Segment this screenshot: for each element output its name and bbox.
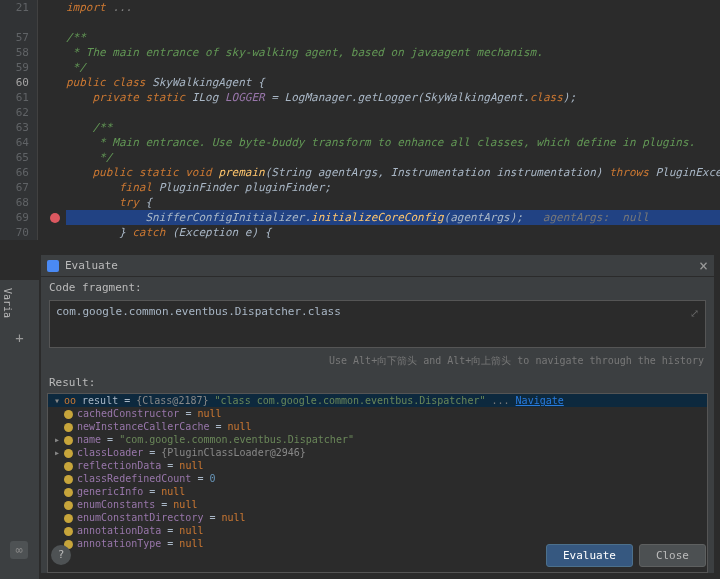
field-row[interactable]: newInstanceCallerCache = null [48, 420, 707, 433]
close-button[interactable]: Close [639, 544, 706, 567]
field-row[interactable]: enumConstantDirectory = null [48, 511, 707, 524]
fragment-label: Code fragment: [41, 277, 714, 298]
field-row[interactable]: ▸name = "com.google.common.eventbus.Disp… [48, 433, 707, 446]
help-button[interactable]: ? [51, 545, 71, 565]
field-row[interactable]: genericInfo = null [48, 485, 707, 498]
code-fragment-input[interactable]: com.google.common.eventbus.Dispatcher.cl… [49, 300, 706, 348]
field-row[interactable]: ▸classLoader = {PluginClassLoader@2946} [48, 446, 707, 459]
field-row[interactable]: cachedConstructor = null [48, 407, 707, 420]
add-watch-button[interactable]: + [0, 326, 39, 350]
field-row[interactable]: classRedefinedCount = 0 [48, 472, 707, 485]
variables-sidebar: Varia + ∞ [0, 280, 40, 579]
current-execution-line: SnifferConfigInitializer.initializeCoreC… [66, 210, 720, 225]
breakpoint-icon[interactable] [50, 213, 60, 223]
close-icon[interactable]: × [699, 257, 708, 275]
evaluate-dialog: Evaluate × Code fragment: com.google.com… [40, 254, 715, 574]
code-lines[interactable]: import ... /** * The main entrance of sk… [66, 0, 720, 240]
field-row[interactable]: enumConstants = null [48, 498, 707, 511]
evaluate-button[interactable]: Evaluate [546, 544, 633, 567]
expand-icon[interactable]: ⤢ [690, 307, 699, 320]
field-row[interactable]: annotationData = null [48, 524, 707, 537]
line-gutter: 21 57 58 59 60 61 62 63 64 65 66 67 68 6… [0, 0, 38, 240]
result-root-row[interactable]: ▾oo result = {Class@2187} "class com.goo… [48, 394, 707, 407]
dialog-header: Evaluate × [41, 255, 714, 277]
variables-tab[interactable]: Varia [0, 280, 15, 326]
dialog-title: Evaluate [65, 259, 699, 272]
result-label: Result: [41, 372, 714, 393]
field-row[interactable]: reflectionData = null [48, 459, 707, 472]
evaluate-icon [47, 260, 59, 272]
navigation-hint: Use Alt+向下箭头 and Alt+向上箭头 to navigate th… [41, 350, 714, 372]
infinity-icon[interactable]: ∞ [10, 541, 28, 559]
dialog-buttons: Evaluate Close [546, 544, 706, 567]
